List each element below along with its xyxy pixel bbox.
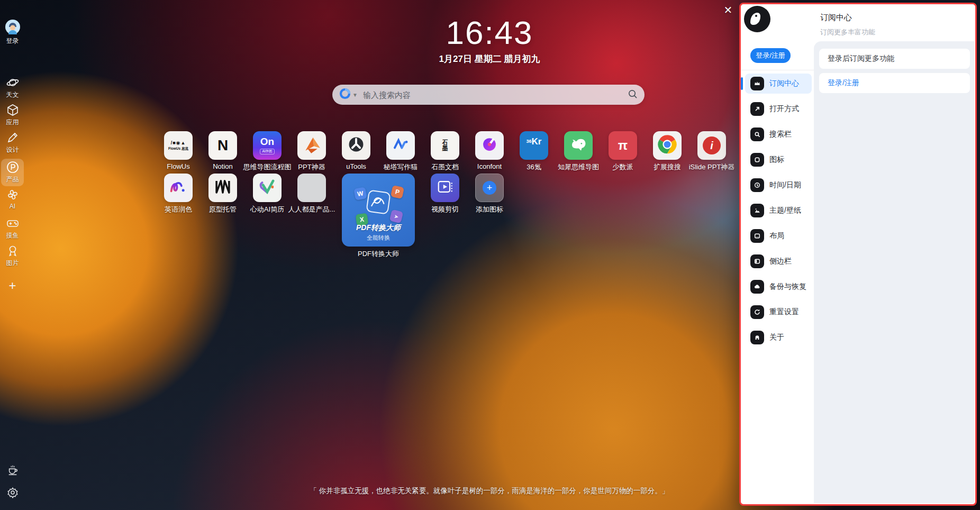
sidebar-item-apps[interactable]: 应用	[0, 104, 25, 127]
flowus-logo: /■◉▲	[171, 140, 186, 145]
islide-logo: i	[703, 136, 721, 154]
sidebar-item-design[interactable]: 设计	[0, 131, 25, 154]
app-label: 添加图标	[476, 205, 503, 214]
sidebar-item-label: AI	[10, 203, 15, 210]
app-label: 36氪	[527, 162, 541, 172]
daily-quote: 「 你并非孤立无援，也绝非无关紧要。就像叶子是树的一部分，雨滴是海洋的一部分，你…	[310, 486, 669, 496]
on-logo: On	[260, 136, 274, 147]
search-input[interactable]	[362, 90, 628, 100]
nav-about[interactable]: 关于	[745, 327, 812, 348]
video-cut-icon	[435, 177, 455, 198]
planet-icon	[6, 76, 19, 89]
nav-time-date[interactable]: 时间/日期	[745, 175, 812, 195]
app-label: Iconfont	[477, 162, 502, 170]
app-logo	[743, 4, 772, 35]
sidebar-item-fun[interactable]: 摸鱼	[0, 217, 25, 240]
login-register-button[interactable]: 登录/注册	[750, 48, 791, 63]
app-label: 秘塔写作猫	[384, 162, 418, 172]
squiggle-logo	[168, 176, 189, 199]
app-prototype[interactable]: 原型托管	[208, 174, 237, 214]
nav-subscription-center[interactable]: 订阅中心	[745, 74, 812, 94]
app-shimo[interactable]: 石墨 石墨文档	[431, 131, 459, 172]
external-arrow-icon	[750, 102, 764, 116]
app-metaso[interactable]: 秘塔写作猫	[386, 131, 415, 172]
gamepad-icon	[6, 217, 19, 230]
app-sspai[interactable]: π 少数派	[609, 131, 637, 172]
login-register-link[interactable]: 登录/注册	[819, 73, 970, 93]
acrobat-icon	[366, 189, 391, 214]
app-add-icon[interactable]: + 添加图标	[475, 174, 504, 214]
nav-theme-wallpaper[interactable]: 主题/壁纸	[745, 201, 812, 221]
about-icon	[750, 331, 764, 344]
media-badge: ➤	[389, 210, 404, 224]
app-islide[interactable]: i iSlide PPT神器	[697, 131, 726, 172]
sidebar-login-label: 登录	[6, 37, 19, 45]
sidebar-item-label: 应用	[6, 118, 19, 127]
chevron-down-icon[interactable]: ▼	[352, 92, 358, 98]
sidebar-coffee-button[interactable]	[0, 465, 25, 476]
app-zhixi[interactable]: 知犀思维导图	[564, 131, 593, 172]
cloud-icon	[750, 280, 764, 294]
nav-sidebar[interactable]: 侧边栏	[745, 251, 812, 271]
app-label: FlowUs	[167, 162, 189, 170]
sidebar-layout-icon	[750, 254, 764, 268]
plus-icon: +	[8, 278, 16, 293]
app-pdf-master[interactable]: W P X ➤ PDF转换大师 全能转换 PDF转换大师	[342, 174, 415, 259]
app-mindmap[interactable]: OnAI作图 思维导图流程图	[253, 131, 282, 172]
clock-icon	[750, 178, 764, 192]
settings-panel: 订阅中心 订阅更多丰富功能 登录/注册 订阅中心 打开方式 搜索栏 图标	[739, 3, 977, 506]
pdf-master-tile[interactable]: W P X ➤ PDF转换大师 全能转换	[342, 174, 415, 247]
nav-icons[interactable]: 图标	[745, 150, 812, 170]
sidebar-item-astronomy[interactable]: 天文	[0, 76, 25, 99]
panel-title: 订阅中心	[820, 13, 852, 23]
app-ai-resume[interactable]: 心动AI简历	[253, 174, 282, 214]
sidebar-item-product[interactable]: 产品	[0, 161, 25, 184]
search-bar[interactable]: ▼	[332, 85, 645, 105]
sidebar-item-pictures[interactable]: 图片	[0, 244, 25, 268]
app-label: 石墨文档	[431, 162, 459, 172]
app-label: 英语润色	[165, 205, 192, 214]
app-label: 少数派	[613, 162, 633, 172]
settings-content: 登录后订阅更多功能 登录/注册	[814, 41, 974, 503]
sidebar-login[interactable]: 登录	[0, 19, 25, 45]
app-label: PDF转换大师	[358, 249, 399, 259]
sidebar-item-label: 天文	[6, 90, 19, 99]
product-p-icon	[6, 161, 19, 174]
app-video-cut[interactable]: 视频剪切	[431, 174, 459, 214]
mountain-icon	[750, 204, 764, 217]
sidebar-item-label: 设计	[6, 145, 19, 154]
nav-backup-restore[interactable]: 备份与恢复	[745, 277, 812, 297]
search-icon[interactable]	[628, 89, 638, 101]
app-ppt[interactable]: PPT神器	[297, 131, 326, 172]
app-iconfont[interactable]: Iconfont	[475, 131, 504, 170]
search-icon	[750, 128, 764, 141]
app-notion[interactable]: N Notion	[208, 131, 237, 170]
nav-search-bar[interactable]: 搜索栏	[745, 124, 812, 144]
app-36kr[interactable]: 36Kr 36氪	[520, 131, 548, 172]
pen-icon	[6, 131, 19, 144]
app-woshipm[interactable]: 人人都是产品...	[297, 174, 326, 214]
plus-icon: +	[483, 181, 496, 195]
search-engine-icon[interactable]	[339, 88, 351, 102]
divider	[741, 70, 815, 70]
rhino-logo	[568, 134, 589, 157]
sidebar-settings-button[interactable]	[0, 487, 25, 498]
nav-open-mode[interactable]: 打开方式	[745, 99, 812, 119]
app-flowus[interactable]: /■◉▲FlowUs 息流 FlowUs	[164, 131, 193, 170]
pdf-tile-subtitle: 全能转换	[342, 234, 415, 242]
nav-layout[interactable]: 布局	[745, 226, 812, 246]
refresh-icon	[750, 305, 764, 319]
app-extension-search[interactable]: 扩展搜搜	[653, 131, 682, 172]
clock-date: 1月27日 星期二 腊月初九	[439, 53, 540, 65]
sidebar-item-ai[interactable]: AI	[0, 188, 25, 210]
app-grid-row-1: /■◉▲FlowUs 息流 FlowUs N Notion OnAI作图 思维导…	[164, 131, 726, 172]
app-label: 原型托管	[209, 205, 237, 214]
app-utools[interactable]: uTools	[342, 131, 370, 170]
sidebar-add-category[interactable]: +	[0, 278, 25, 293]
gear-icon	[7, 487, 19, 498]
app-english-polish[interactable]: 英语润色	[164, 174, 193, 214]
close-icon[interactable]: ✕	[721, 3, 736, 17]
heart-check-logo	[257, 177, 277, 199]
nav-reset[interactable]: 重置设置	[745, 302, 812, 322]
pdf-tile-title: PDF转换大师	[342, 223, 415, 233]
